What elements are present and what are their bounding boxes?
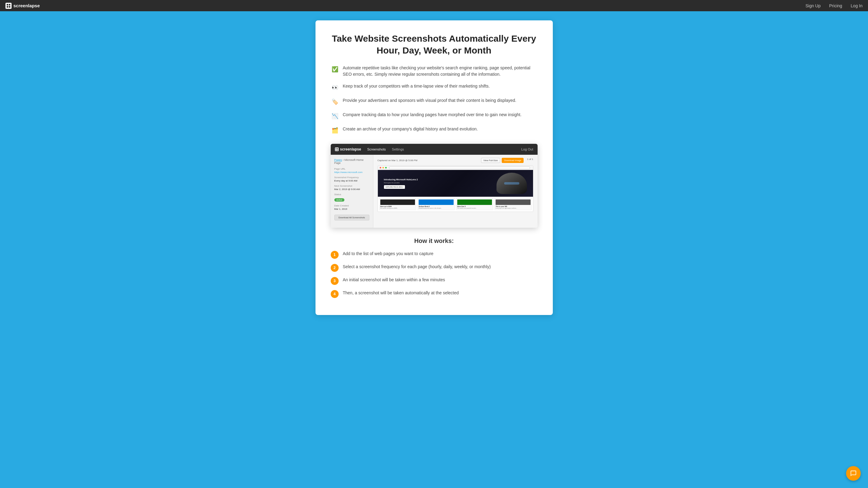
navbar-links: Sign Up Pricing Log In bbox=[805, 3, 863, 8]
list-item: ✅ Automate repetitive tasks like checkin… bbox=[331, 65, 537, 77]
list-item: 🏷️ Provide your advertisers and sponsors… bbox=[331, 97, 537, 106]
svg-rect-3 bbox=[9, 6, 10, 8]
product-item: Save up to $200 Get surface savings up t… bbox=[379, 198, 416, 210]
eyes-icon: 👀 bbox=[331, 83, 339, 92]
product-desc: Get surface savings up to $200... bbox=[380, 207, 415, 209]
date-created-field: Date Created Mar 1, 2019 bbox=[334, 204, 369, 210]
product-desc: The world's most powerful console... bbox=[457, 207, 492, 209]
date-created-value: Mar 1, 2019 bbox=[334, 208, 369, 210]
step-number-2: 2 bbox=[331, 264, 339, 272]
product-item: Xbox One X The world's most powerful con… bbox=[456, 198, 494, 210]
checkmark-icon: ✅ bbox=[331, 65, 339, 73]
app-nav-screenshots[interactable]: Screenshots bbox=[367, 148, 386, 151]
page-url-value: https://www.microsoft.com bbox=[334, 171, 369, 174]
feature-text: Automate repetitive tasks like checking … bbox=[343, 65, 537, 77]
step-number-3: 3 bbox=[331, 277, 339, 285]
status-badge: Active bbox=[334, 198, 344, 202]
brand-icon bbox=[5, 3, 11, 9]
app-sidebar: Pages › Microsoft Home Page Page URL htt… bbox=[331, 155, 373, 228]
app-logout-link[interactable]: Log Out bbox=[521, 148, 533, 151]
step-text: Then, a screenshot will be taken automat… bbox=[343, 290, 459, 296]
app-body: Pages › Microsoft Home Page Page URL htt… bbox=[331, 155, 537, 228]
feature-text: Create an archive of your company's digi… bbox=[343, 126, 478, 132]
list-item: 1 Add to the list of web pages you want … bbox=[331, 251, 537, 259]
list-item: 2 Select a screenshot frequency for each… bbox=[331, 264, 537, 272]
step-text: Select a screenshot frequency for each p… bbox=[343, 264, 491, 270]
ms-product-grid: Save up to $200 Get surface savings up t… bbox=[378, 197, 533, 212]
page-url-field: Page URL https://www.microsoft.com bbox=[334, 167, 369, 174]
pages-link[interactable]: Pages bbox=[334, 158, 342, 161]
navbar: screenlapse Sign Up Pricing Log In bbox=[0, 0, 868, 11]
product-desc: Breakthrough performance is the ultimate… bbox=[418, 207, 454, 209]
next-screenshot-field: Next Screenshot Mar 2, 2019 @ 9:00 AM bbox=[334, 185, 369, 191]
frequency-field: Screenshot Frequency Every day at 9:00 A… bbox=[334, 176, 369, 182]
product-image bbox=[457, 199, 492, 205]
download-button[interactable]: Download Image bbox=[502, 158, 524, 163]
signup-link[interactable]: Sign Up bbox=[805, 3, 820, 8]
close-dot bbox=[380, 167, 381, 168]
brand-name: screenlapse bbox=[13, 3, 40, 8]
feature-text: Compare tracking data to how your landin… bbox=[343, 111, 522, 118]
next-screenshot-label: Next Screenshot bbox=[334, 185, 369, 187]
svg-rect-5 bbox=[337, 148, 338, 149]
status-label: Status bbox=[334, 193, 369, 196]
step-number-4: 4 bbox=[331, 290, 339, 298]
url-bar bbox=[389, 167, 530, 169]
status-field: Status Active bbox=[334, 193, 369, 202]
svg-rect-0 bbox=[7, 4, 8, 5]
archive-icon: 🗂️ bbox=[331, 126, 339, 135]
step-text: Add to the list of web pages you want to… bbox=[343, 251, 434, 257]
svg-rect-1 bbox=[9, 4, 10, 5]
app-brand: screenlapse bbox=[335, 147, 361, 152]
feature-text: Provide your advertisers and sponsors wi… bbox=[343, 97, 516, 104]
action-buttons: View Full-Size Download Image 1 of 1 bbox=[481, 158, 533, 163]
app-navbar: screenlapse Screenshots Settings Log Out bbox=[331, 144, 537, 155]
view-full-size-button[interactable]: View Full-Size bbox=[481, 158, 500, 163]
ms-hero-text: Introducing Microsoft HoloLens 2 Reimagi… bbox=[384, 178, 418, 189]
list-item: 🗂️ Create an archive of your company's d… bbox=[331, 126, 537, 135]
ms-hero-section: Introducing Microsoft HoloLens 2 Reimagi… bbox=[378, 170, 533, 197]
app-preview: screenlapse Screenshots Settings Log Out… bbox=[331, 144, 537, 228]
list-item: 👀 Keep track of your competitors with a … bbox=[331, 83, 537, 92]
pricing-link[interactable]: Pricing bbox=[829, 3, 842, 8]
product-image bbox=[380, 199, 415, 205]
next-screenshot-value: Mar 2, 2019 @ 9:00 AM bbox=[334, 188, 369, 191]
page-url-link[interactable]: https://www.microsoft.com bbox=[334, 171, 363, 174]
svg-rect-6 bbox=[336, 150, 337, 151]
chart-icon: 📉 bbox=[331, 112, 339, 121]
list-item: 📉 Compare tracking data to how your land… bbox=[331, 111, 537, 121]
step-number-1: 1 bbox=[331, 251, 339, 259]
feature-text: Keep track of your competitors with a ti… bbox=[343, 83, 490, 89]
svg-rect-4 bbox=[336, 148, 337, 149]
product-desc: Every day is an opportunity to achieve..… bbox=[496, 207, 531, 209]
product-image bbox=[418, 199, 454, 205]
frequency-value: Every day at 9:00 AM bbox=[334, 180, 369, 182]
brand-link[interactable]: screenlapse bbox=[5, 3, 40, 9]
download-all-button[interactable]: Download All Screenshots bbox=[334, 215, 369, 221]
date-created-label: Date Created bbox=[334, 204, 369, 207]
login-link[interactable]: Log In bbox=[851, 3, 863, 8]
list-item: 3 An initial screenshot will be taken wi… bbox=[331, 277, 537, 285]
app-page-header: Captured on Mar 1, 2019 @ 5:06 PM View F… bbox=[378, 158, 533, 163]
step-text: An initial screenshot will be taken with… bbox=[343, 277, 445, 283]
product-item: Surface Book 2 Breakthrough performance … bbox=[417, 198, 455, 210]
app-nav-settings[interactable]: Settings bbox=[392, 148, 404, 151]
hero-title: Take Website Screenshots Automatically E… bbox=[331, 33, 537, 56]
steps-list: 1 Add to the list of web pages you want … bbox=[331, 251, 537, 298]
how-it-works-title: How it works: bbox=[331, 237, 537, 245]
browser-bar bbox=[378, 166, 533, 170]
app-brand-name: screenlapse bbox=[340, 147, 361, 152]
features-list: ✅ Automate repetitive tasks like checkin… bbox=[331, 65, 537, 135]
hololens-image bbox=[497, 173, 527, 194]
chat-button[interactable] bbox=[846, 466, 861, 481]
frequency-label: Screenshot Frequency bbox=[334, 176, 369, 179]
svg-rect-2 bbox=[7, 6, 8, 8]
main-content: Take Website Screenshots Automatically E… bbox=[0, 11, 868, 333]
minimize-dot bbox=[382, 167, 384, 168]
pagination: 1 of 1 bbox=[527, 158, 533, 163]
app-screenshot-panel: Captured on Mar 1, 2019 @ 5:06 PM View F… bbox=[373, 155, 537, 228]
content-card: Take Website Screenshots Automatically E… bbox=[315, 20, 553, 315]
product-image bbox=[496, 199, 531, 205]
tag-icon: 🏷️ bbox=[331, 98, 339, 106]
product-item: This is your 365 Every day is an opportu… bbox=[494, 198, 532, 210]
